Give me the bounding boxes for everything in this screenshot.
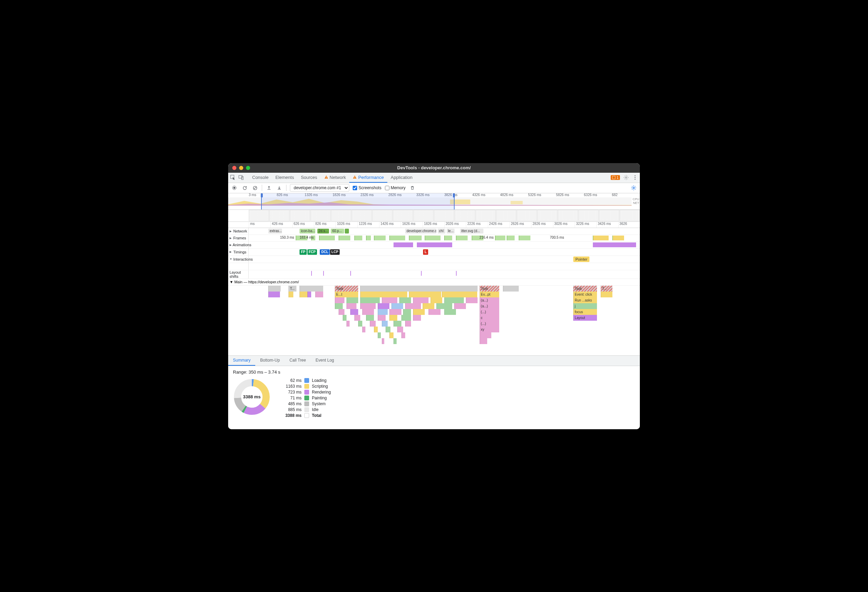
flame-cell[interactable]: Task [335,286,358,292]
frame-block[interactable] [456,235,468,240]
main-track-header[interactable]: ▼Main — https://developer.chrome.com/ [228,279,640,286]
timing-marker-lcp[interactable]: LCP [330,249,340,255]
flame-cell[interactable] [360,303,376,309]
flame-cell[interactable]: T... [289,286,297,292]
detail-tab-summary[interactable]: Summary [228,356,255,366]
frame-block[interactable] [444,235,452,240]
record-button[interactable] [231,184,238,191]
animation-block[interactable] [394,243,413,247]
flame-cell[interactable]: Event: click [573,292,596,297]
layout-shift-marker[interactable] [456,271,457,276]
flame-cell[interactable] [390,309,401,315]
detail-tab-bottom-up[interactable]: Bottom-Up [255,356,285,366]
flame-cell[interactable] [358,321,362,327]
flame-cell[interactable] [307,292,311,297]
memory-checkbox[interactable]: Memory [385,185,406,190]
frame-block[interactable] [339,235,350,240]
timing-marker-l[interactable]: L [423,249,428,255]
flame-cell[interactable] [466,297,478,303]
flame-cell[interactable] [444,297,464,303]
network-request[interactable]: icon-ba... [300,229,315,234]
layout-shifts-track[interactable]: Layout shifts [228,270,640,279]
filmstrip-thumb[interactable] [310,210,331,221]
flame-cell[interactable] [378,315,385,321]
flame-cell[interactable]: xy [480,327,499,332]
device-mode-icon[interactable] [238,175,244,180]
filmstrip-thumb[interactable] [290,210,310,221]
flame-cell[interactable] [385,327,390,332]
flame-cell[interactable] [360,286,478,292]
flame-cell[interactable] [394,338,397,344]
close-window-button[interactable] [232,166,236,170]
filmstrip-thumb[interactable] [579,210,599,221]
filmstrip-thumb[interactable] [393,210,413,221]
timings-track[interactable]: ▶Timings FPFCPDCLLCPL [228,249,640,256]
flame-cell[interactable] [335,297,345,303]
flame-cell[interactable]: T... [601,286,613,292]
flame-cell[interactable] [394,321,402,327]
network-request[interactable]: itter.svg (d... [460,229,483,234]
clear-button[interactable] [251,184,258,191]
network-request[interactable]: le... [447,229,455,234]
flame-cell[interactable] [335,303,343,309]
flame-cell[interactable] [378,309,388,315]
timing-marker-fp[interactable]: FP [300,249,307,255]
maximize-window-button[interactable] [246,166,250,170]
flame-cell[interactable] [390,332,393,338]
flame-cell[interactable] [362,327,365,332]
issues-badge[interactable]: 1 [611,175,620,180]
flame-cell[interactable] [362,309,374,315]
flame-cell[interactable] [413,297,429,303]
flame-cell[interactable] [480,338,487,344]
flame-cell[interactable]: focus [573,309,596,315]
frame-block[interactable] [409,235,421,240]
network-request[interactable]: extras.... [268,229,282,234]
flame-cell[interactable] [268,286,280,292]
flame-cell[interactable] [503,286,519,292]
flame-cell[interactable] [402,332,405,338]
flame-cell[interactable] [289,292,293,297]
filmstrip-thumb[interactable] [537,210,558,221]
frame-block[interactable] [519,235,530,240]
filmstrip-thumb[interactable] [413,210,434,221]
flame-cell[interactable] [428,309,440,315]
flame-cell[interactable] [374,327,378,332]
flame-cell[interactable] [300,292,307,297]
timing-marker-dcl[interactable]: DCL [320,249,330,255]
flame-cell[interactable] [360,297,380,303]
layout-shift-marker[interactable] [323,271,324,276]
flame-cell[interactable] [431,297,442,303]
flame-cell[interactable]: Layout [573,315,596,321]
detail-tab-call-tree[interactable]: Call Tree [285,356,311,366]
animation-block[interactable] [593,243,636,247]
flame-cell[interactable] [454,303,466,309]
flame-cell[interactable] [444,309,456,315]
frame-block[interactable] [366,235,371,240]
flame-cell[interactable] [405,303,421,309]
filmstrip-thumb[interactable] [475,210,496,221]
more-icon[interactable] [632,175,638,180]
timing-marker-fcp[interactable]: FCP [307,249,317,255]
layout-shift-marker[interactable] [350,271,351,276]
flame-cell[interactable] [413,315,421,321]
filmstrip-thumb[interactable] [352,210,372,221]
reload-record-button[interactable] [241,184,248,191]
filmstrip-thumb[interactable] [331,210,351,221]
tracks-area[interactable]: ▶Network extras....icon-ba...2d.s...60.p… [228,228,640,355]
selection-handle-right[interactable] [453,193,455,197]
tab-sources[interactable]: Sources [297,173,321,183]
flame-cell[interactable]: c [480,315,499,321]
flame-cell[interactable] [442,292,477,297]
flame-cell[interactable] [382,321,388,327]
recording-selector[interactable]: developer.chrome.com #1 [290,184,349,192]
flame-cell[interactable] [378,303,390,309]
flame-cell[interactable] [350,309,358,315]
flame-cell[interactable]: (...) [480,321,499,327]
network-request[interactable]: developer.chrome.c [405,229,436,234]
flame-cell[interactable] [601,292,613,297]
flame-cell[interactable] [268,292,280,297]
download-button[interactable] [276,184,283,191]
settings-icon[interactable] [623,175,629,180]
frames-track[interactable]: ▶Frames 150.3 ms183.4 ms216.4 ms700.5 ms [228,235,640,242]
frame-block[interactable] [390,235,405,240]
